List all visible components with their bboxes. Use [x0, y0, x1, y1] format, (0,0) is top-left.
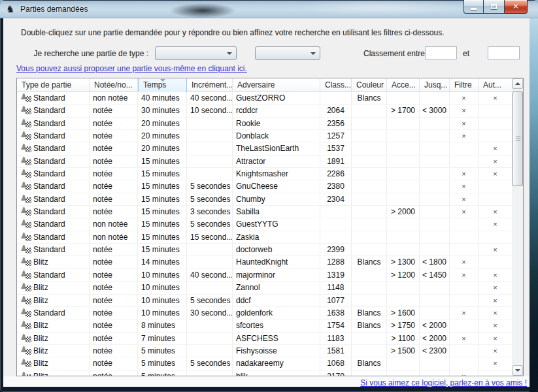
pawn-chessboard-icon: ♟: [20, 321, 32, 330]
cell-increment: 40 second...: [187, 92, 233, 104]
cell-type: ♟Blitz: [17, 333, 90, 344]
column-header-rating[interactable]: Class...: [320, 78, 352, 92]
cell-until: [420, 142, 450, 154]
cell-until: < 2000: [420, 333, 450, 344]
cell-type: ♟Standard: [17, 118, 90, 129]
cell-rated: notée: [90, 155, 138, 167]
cell-accept: [387, 180, 420, 192]
table-rows: ♟Standardnon notée40 minutes40 second...…: [17, 92, 513, 376]
vertical-scrollbar[interactable]: [513, 78, 523, 376]
cell-opponent: goldenfork: [233, 307, 320, 319]
pawn-chessboard-icon: ♟: [20, 270, 32, 280]
seek-row[interactable]: ♟Standardnon notée15 minutes5 secondesGu…: [17, 218, 513, 231]
cell-rated: notée: [90, 295, 138, 306]
cell-type: ♟Standard: [17, 105, 90, 116]
cell-rating: 1537: [320, 142, 352, 154]
seek-row[interactable]: ♟Blitznotée5 minutesFishysoisse1581> 150…: [17, 345, 513, 357]
cell-increment: [187, 333, 233, 344]
column-header-color[interactable]: Couleur: [352, 78, 387, 92]
seek-row[interactable]: ♟Standardnotée15 minutes5 secondesChumby…: [17, 193, 513, 206]
cell-time: 20 minutes: [138, 118, 187, 129]
and-label: et: [463, 49, 469, 58]
game-subtype-combobox[interactable]: [255, 46, 320, 60]
cell-time: 40 minutes: [138, 92, 187, 104]
column-header-auto[interactable]: Aut...: [479, 78, 513, 92]
cell-increment: 5 secondes: [187, 193, 233, 205]
cell-rated: notée: [90, 357, 138, 369]
close-button[interactable]: ✕: [505, 0, 528, 14]
cell-color: [352, 206, 387, 218]
scroll-down-button[interactable]: [513, 365, 523, 376]
seek-row[interactable]: ♟Blitznotée7 minutesASFCHESS1183> 1100< …: [17, 333, 513, 345]
scroll-up-button[interactable]: [513, 78, 523, 89]
scrollbar-grip-icon: [516, 137, 520, 142]
cell-rating: [320, 231, 352, 243]
cell-rating: 2170: [320, 370, 352, 376]
cell-auto: [479, 130, 513, 142]
cell-time: 8 minutes: [138, 319, 187, 331]
seek-row[interactable]: ♟Standardnotée15 minutesdoctorweb2399×: [17, 244, 513, 256]
cell-increment: 5 secondes: [187, 180, 233, 192]
cell-time: 10 minutes: [138, 295, 187, 306]
cell-opponent: GuestZORRO: [233, 92, 320, 104]
column-header-increment[interactable]: Incrément...: [187, 78, 233, 92]
maximize-button[interactable]: [483, 0, 505, 14]
cell-opponent: rcddcr: [233, 105, 320, 116]
column-header-type[interactable]: Type de partie: [17, 78, 90, 92]
column-header-rated[interactable]: Notée/no...: [90, 78, 138, 92]
tell-friends-link[interactable]: Si vous aimez ce logiciel, parlez-en à v…: [360, 378, 527, 387]
seek-row[interactable]: ♟Standardnotée10 minutes30 second...gold…: [17, 307, 513, 319]
cell-until: [420, 370, 450, 376]
cell-rating: 2380: [320, 180, 352, 192]
column-header-until[interactable]: Jusq...: [420, 78, 450, 92]
seek-row[interactable]: ♟Blitznotée10 minutes5 secondesddcf1077×: [17, 295, 513, 307]
seek-row[interactable]: ♟Standardnon notée40 minutes40 second...…: [17, 92, 513, 105]
scrollbar-thumb[interactable]: [513, 91, 523, 186]
column-header-filter[interactable]: Filtre: [450, 78, 479, 92]
cell-opponent: Knightsmasher: [233, 168, 320, 180]
seek-row[interactable]: ♟Blitznotée5 minutesblik2170×: [17, 370, 513, 376]
cell-filter: ×: [450, 269, 479, 281]
seek-row[interactable]: ♟Blitznotée8 minutessfcortes1754Blancs> …: [17, 319, 513, 332]
seek-row[interactable]: ♟Standardnon notée15 minutes15 second...…: [17, 231, 513, 244]
cell-time: 5 minutes: [138, 357, 187, 369]
column-header-label: Aut...: [483, 80, 501, 90]
seek-row[interactable]: ♟Standardnotée20 minutesRookie2356×: [17, 118, 513, 130]
cell-type: ♟Standard: [17, 193, 90, 205]
seek-row[interactable]: ♟Standardnotée20 minutesDonblack1257×: [17, 130, 513, 142]
seek-row[interactable]: ♟Standardnotée10 minutes40 second...majo…: [17, 269, 513, 282]
table-header: Type de partieNotée/no...TempsIncrément.…: [17, 78, 513, 92]
cell-time: 5 minutes: [138, 345, 187, 357]
cell-color: [352, 345, 387, 357]
cell-accept: [387, 295, 420, 306]
cell-auto: ×: [479, 92, 513, 104]
minimize-button[interactable]: [463, 0, 483, 14]
seek-row[interactable]: ♟Standardnotée15 minutes3 secondesSabill…: [17, 206, 513, 218]
game-type-combobox[interactable]: [155, 46, 237, 60]
rating-max-input[interactable]: [488, 46, 520, 59]
column-header-time[interactable]: Temps: [138, 78, 187, 92]
seek-row[interactable]: ♟Standardnotée15 minutesAttractor1891×: [17, 155, 513, 168]
seek-row[interactable]: ♟Blitznotée5 minutes5 secondesnadakareem…: [17, 357, 513, 370]
seek-row[interactable]: ♟Standardnotée15 minutesKnightsmasher228…: [17, 168, 513, 180]
cell-increment: 5 secondes: [187, 218, 233, 230]
cell-filter: ×: [450, 256, 479, 268]
column-header-accept[interactable]: Acce...: [387, 78, 420, 92]
cell-color: [352, 105, 387, 116]
titlebar[interactable]: ♞ Parties demandées ✕: [0, 0, 538, 18]
cell-filter: ×: [450, 168, 479, 180]
seek-row[interactable]: ♟Standardnotée15 minutes5 secondesGnuChe…: [17, 180, 513, 193]
rating-min-input[interactable]: [425, 46, 457, 59]
cell-rating: 1068: [320, 357, 352, 369]
column-header-opponent[interactable]: Adversaire: [233, 78, 320, 92]
seek-row[interactable]: ♟Blitznotée10 minutesZannol1148×: [17, 282, 513, 294]
seek-row[interactable]: ♟Standardnotée20 minutesTheLastSionEarth…: [17, 142, 513, 155]
propose-game-link[interactable]: Vous pouvez aussi proposer une partie vo…: [16, 64, 247, 73]
cell-accept: [387, 130, 420, 142]
cell-opponent: Chumby: [233, 193, 320, 205]
cell-color: Blancs: [352, 357, 387, 369]
seek-row[interactable]: ♟Blitznotée14 minutesHauntedKnight1288Bl…: [17, 256, 513, 269]
pawn-chessboard-icon: ♟: [20, 157, 32, 166]
seek-row[interactable]: ♟Standardnotée30 minutes10 second...rcdd…: [17, 105, 513, 117]
cell-rated: notée: [90, 118, 138, 129]
